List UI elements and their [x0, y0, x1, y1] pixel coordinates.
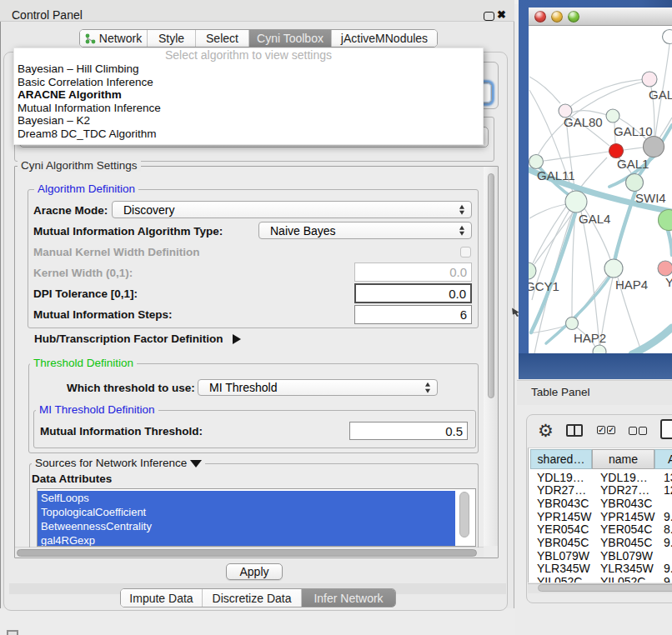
mi-steps-field[interactable]: 6 [354, 305, 472, 324]
dpi-tolerance-field[interactable]: 0.0 [354, 283, 472, 303]
network-window-titlebar[interactable] [529, 8, 672, 26]
node-table: shared… name A YDL19…YDL19…13YDR27…YDR27… [528, 448, 672, 582]
manual-kernel-checkbox[interactable] [460, 247, 471, 258]
tab-style[interactable]: Style [148, 30, 196, 47]
close-icon[interactable]: ✖ [497, 4, 506, 26]
network-edge[interactable] [581, 212, 599, 345]
aracne-mode-combobox[interactable]: Discovery [112, 201, 472, 218]
mi-steps-label: Mutual Information Steps: [33, 308, 173, 321]
network-node-gal1[interactable] [609, 144, 624, 158]
network-node-gal11[interactable] [529, 155, 544, 169]
algorithm-item[interactable]: Bayesian – K2 [14, 114, 483, 128]
table-row[interactable]: YBR043CYBR043C [529, 498, 672, 511]
attributes-scrollbar-thumb[interactable] [459, 492, 469, 538]
node-label-gal11: GAL11 [537, 168, 575, 182]
which-threshold-combobox[interactable]: MI Threshold [198, 379, 438, 396]
unchecked-checkbox-icon[interactable] [629, 427, 637, 435]
zoom-traffic-light[interactable] [568, 11, 579, 22]
column-header-shared-name[interactable]: shared… [530, 449, 592, 469]
kernel-width-field[interactable]: 0.0 [354, 262, 472, 282]
table-hscrollbar-thumb[interactable] [538, 584, 672, 592]
network-node-hap4[interactable] [604, 259, 623, 278]
table-row[interactable]: YLR345WYLR345W9. [529, 562, 672, 576]
column-header-partial[interactable]: A [654, 449, 672, 469]
network-node-gal4[interactable] [565, 191, 587, 212]
node-label-y: Y [665, 275, 672, 289]
checked-checkbox-icon[interactable]: ✓ [597, 426, 605, 434]
algorithm-item[interactable]: ARACNE Algorithm [14, 88, 483, 102]
control-panel-title: Control Panel [12, 4, 83, 26]
network-edge[interactable] [529, 204, 566, 218]
combo-stepper-icon [459, 225, 464, 236]
table-row[interactable]: YBL079WYBL079W [529, 550, 672, 563]
table-row[interactable]: YDR27…YDR27…12 [529, 484, 672, 498]
columns-icon[interactable] [566, 424, 583, 437]
tab-impute-data[interactable]: Impute Data [121, 589, 203, 607]
table-cell: YBR043C [537, 498, 589, 511]
table-row[interactable]: YER054CYER054C8. [529, 523, 672, 537]
network-node[interactable] [663, 30, 672, 44]
hub-definition-toggle[interactable]: Hub/Transcription Factor Definition [34, 332, 241, 345]
unchecked-checkbox-icon[interactable] [639, 427, 647, 435]
sources-title[interactable]: Sources for Network Inference [32, 458, 205, 469]
algorithm-item[interactable]: Bayesian – Hill Climbing [14, 62, 483, 76]
algorithm-list: Bayesian – Hill ClimbingBasic Correlatio… [14, 62, 483, 140]
tab-select[interactable]: Select [196, 30, 249, 47]
network-node[interactable] [644, 137, 664, 158]
aracne-mode-value: Discovery [123, 203, 174, 217]
network-edge-highlighted[interactable] [531, 213, 575, 332]
column-header-name[interactable]: name [592, 449, 654, 469]
settings-hscrollbar-thumb[interactable] [17, 549, 477, 557]
network-edge[interactable] [529, 77, 560, 103]
network-edge[interactable] [624, 148, 643, 150]
network-node-hap2[interactable] [566, 318, 579, 330]
network-node[interactable] [659, 210, 672, 231]
network-node-gal2[interactable] [642, 72, 657, 87]
tab-discretize-data[interactable]: Discretize Data [203, 589, 302, 607]
attribute-item[interactable]: TopologicalCoefficient [38, 505, 455, 519]
mi-type-combobox[interactable]: Naive Bayes [258, 222, 472, 239]
close-traffic-light[interactable] [534, 11, 546, 22]
network-node-y[interactable] [658, 261, 672, 276]
attribute-item[interactable]: gal4RGexp [38, 533, 455, 547]
table-panel-title: Table Panel [531, 380, 590, 405]
table-row[interactable]: YDL19…YDL19…13 [529, 472, 672, 485]
network-node-gcy1[interactable] [529, 262, 536, 279]
algorithm-item[interactable]: Mutual Information Inference [14, 102, 483, 115]
attribute-item[interactable]: BetweennessCentrality [38, 519, 455, 533]
algorithm-item[interactable]: Dream8 DC_TDC Algorithm [14, 128, 483, 141]
tab-infer-network[interactable]: Infer Network [302, 589, 395, 607]
table-cell: YDL19… [600, 472, 648, 485]
table-row[interactable]: YBR045CYBR045C9. [529, 537, 672, 550]
table-row[interactable]: YIL052CYIL052C9. [529, 576, 672, 582]
table-cell: YLR345W [537, 562, 590, 576]
tab-cyni-toolbox[interactable]: Cyni Toolbox [249, 30, 332, 47]
node-label-hap4: HAP4 [615, 278, 648, 292]
table-row[interactable]: YPR145WYPR145W9. [529, 511, 672, 524]
network-edge[interactable] [544, 152, 609, 161]
network-node-gal10[interactable] [606, 109, 619, 122]
apply-button[interactable]: Apply [226, 563, 283, 580]
table-cell: YDR27… [600, 484, 649, 498]
algorithm-item[interactable]: Basic Correlation Inference [14, 76, 483, 89]
tab-network[interactable]: Network [80, 30, 148, 47]
checked-checkbox-icon[interactable]: ✓ [607, 426, 615, 434]
settings-vscrollbar-thumb[interactable] [488, 173, 494, 398]
table-cell: 13 [664, 472, 672, 485]
float-window-icon[interactable] [484, 12, 494, 21]
table-cell: YIL052C [600, 576, 645, 582]
network-icon [85, 33, 96, 44]
document-icon[interactable] [660, 419, 672, 439]
network-edge-highlighted[interactable] [668, 230, 672, 255]
combo-stepper-icon [459, 204, 464, 215]
minimize-traffic-light[interactable] [551, 11, 563, 22]
data-attributes-list[interactable]: SelfLoopsTopologicalCoefficientBetweenne… [37, 488, 476, 547]
network-node-swi4[interactable] [626, 174, 644, 192]
attribute-item[interactable]: SelfLoops [38, 491, 455, 505]
tab-jactivemnodules[interactable]: jActiveMNodules [332, 30, 437, 47]
mi-threshold-field[interactable]: 0.5 [349, 422, 468, 440]
network-canvas[interactable]: GAL2GAL80GAL10GAL1GAL11SWI4GAL4GCY1HAP4Y… [529, 26, 672, 353]
which-threshold-value: MI Threshold [209, 381, 277, 394]
gear-icon[interactable]: ⚙︎ [538, 421, 554, 441]
expanded-arrow-icon [190, 460, 202, 468]
